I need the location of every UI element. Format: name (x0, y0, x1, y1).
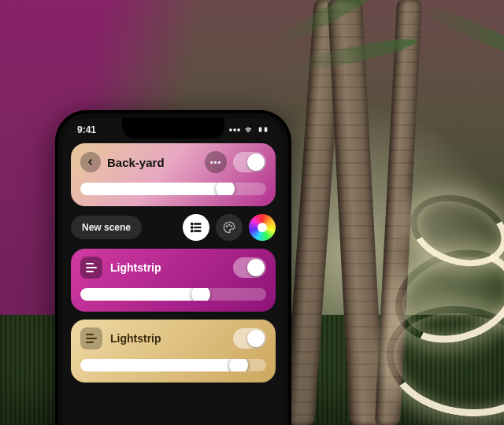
lightstrip-icon (80, 257, 102, 279)
phone-frame: 9:41 ••• ᯤ ▮▮ Back-yard ••• (55, 110, 291, 425)
svg-rect-3 (195, 227, 201, 228)
view-scenes-button[interactable] (183, 214, 209, 241)
palm-leaf (412, 0, 504, 66)
new-scene-button[interactable]: New scene (71, 216, 142, 239)
svg-rect-5 (195, 231, 201, 232)
product-lifestyle-background: 9:41 ••• ᯤ ▮▮ Back-yard ••• (0, 0, 504, 425)
more-button[interactable]: ••• (205, 151, 227, 173)
room-brightness-slider[interactable] (80, 183, 266, 195)
device-brightness-slider[interactable] (80, 359, 266, 371)
svg-point-2 (191, 227, 193, 229)
svg-point-8 (231, 226, 232, 227)
mode-bar: New scene (71, 214, 276, 241)
palette-button[interactable] (216, 214, 243, 241)
lightstrip-icon (80, 327, 102, 349)
color-wheel-button[interactable] (249, 214, 276, 241)
back-button[interactable] (80, 152, 101, 172)
status-indicators: ••• ᯤ ▮▮ (229, 124, 269, 135)
device-brightness-slider[interactable] (80, 288, 266, 301)
device-card: Lightstrip (71, 320, 276, 382)
svg-point-4 (191, 230, 193, 232)
room-power-toggle[interactable] (233, 152, 266, 172)
device-power-toggle[interactable] (233, 257, 266, 278)
phone-notch (122, 118, 224, 139)
palette-icon (222, 220, 236, 235)
room-card: Back-yard ••• (71, 143, 276, 206)
app-screen: 9:41 ••• ᯤ ▮▮ Back-yard ••• (63, 118, 284, 425)
svg-point-0 (191, 223, 193, 225)
device-name: Lightstrip (110, 332, 225, 345)
list-icon (189, 220, 203, 235)
svg-point-7 (228, 224, 230, 226)
svg-rect-1 (195, 224, 201, 225)
chevron-left-icon (86, 157, 95, 167)
device-power-toggle[interactable] (233, 328, 266, 349)
svg-point-6 (226, 226, 228, 227)
device-card: Lightstrip (71, 249, 276, 312)
status-time: 9:41 (77, 124, 96, 135)
room-name: Back-yard (107, 156, 198, 169)
device-name: Lightstrip (110, 261, 225, 274)
